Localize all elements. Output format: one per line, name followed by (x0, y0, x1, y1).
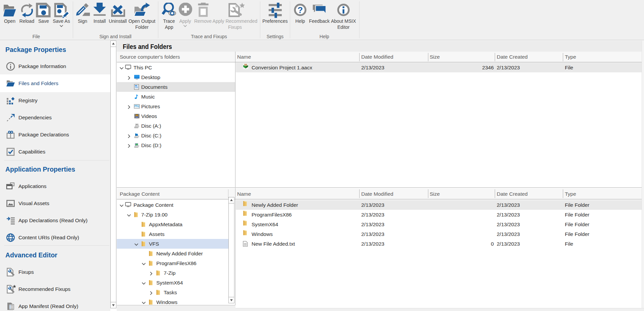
svg-text:?: ? (298, 5, 303, 15)
